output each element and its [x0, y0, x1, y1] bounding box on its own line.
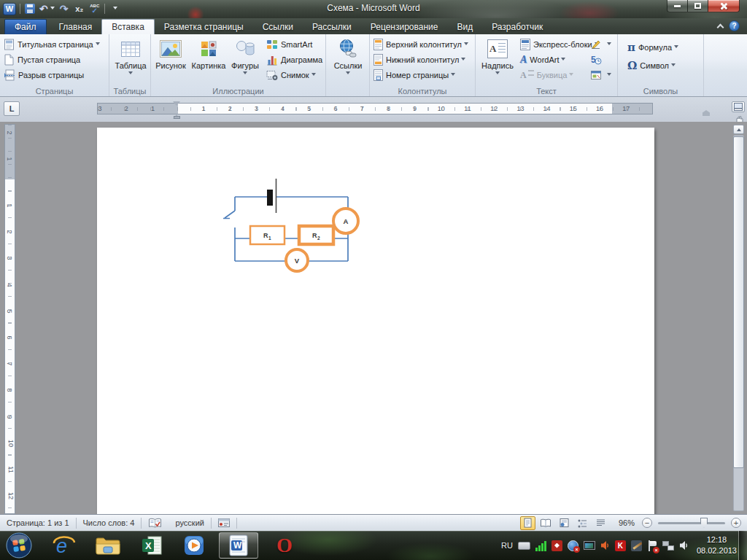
view-draft-button[interactable]	[593, 516, 608, 530]
ruler-toggle-button[interactable]	[732, 101, 745, 112]
network-icon[interactable]	[662, 541, 674, 551]
object-button[interactable]	[587, 68, 611, 82]
blank-page-button[interactable]: Пустая страница	[0, 52, 80, 67]
signal-strength-icon[interactable]	[535, 540, 546, 551]
links-button[interactable]: Ссылки	[331, 36, 365, 77]
textbox-button[interactable]: A Надпись	[479, 36, 516, 77]
adobe-reader-icon[interactable]	[551, 540, 562, 551]
first-line-indent-marker[interactable]	[173, 101, 180, 109]
view-web-layout-button[interactable]	[557, 516, 572, 530]
show-desktop-button[interactable]	[738, 531, 747, 560]
tab-stop-selector[interactable]: L	[4, 101, 20, 116]
taskbar-explorer-button[interactable]	[92, 532, 124, 559]
spellcheck-status[interactable]	[142, 515, 169, 531]
taskbar-ie-button[interactable]: e	[48, 532, 80, 559]
window-title: Схема - Microsoft Word	[0, 3, 747, 13]
zoom-slider-thumb[interactable]	[700, 518, 708, 528]
screenshot-button[interactable]: Снимок	[263, 68, 316, 82]
folder-icon	[95, 535, 121, 556]
taskbar: e X W O RU × K ×	[0, 531, 747, 560]
language-indicator[interactable]: RU	[501, 541, 513, 550]
table-button[interactable]: Таблица	[115, 36, 147, 77]
footer-button[interactable]: Нижний колонтитул	[370, 52, 465, 67]
taskbar-opera-button[interactable]: O	[268, 532, 301, 559]
tray-clock[interactable]: 12:18 08.02.2013	[697, 534, 737, 557]
zoom-out-button[interactable]: −	[642, 518, 652, 528]
tab-references[interactable]: Ссылки	[253, 19, 303, 34]
tab-page-layout[interactable]: Разметка страницы	[155, 19, 253, 34]
display-tray-icon[interactable]	[584, 541, 595, 550]
tab-home[interactable]: Главная	[50, 19, 102, 34]
symbol-button[interactable]: Ω Символ	[624, 58, 676, 73]
view-print-layout-button[interactable]	[520, 516, 535, 530]
keyboard-icon[interactable]	[518, 542, 530, 550]
group-tables: Таблица Таблицы	[109, 34, 151, 96]
picture-button[interactable]: Рисунок	[153, 36, 188, 70]
taskbar-mediaplayer-button[interactable]	[178, 532, 210, 559]
taskbar-word-button-active[interactable]: W	[219, 532, 258, 559]
action-center-flag-icon[interactable]: ×	[647, 540, 657, 551]
page-number-icon	[374, 69, 383, 81]
restore-button[interactable]	[688, 0, 708, 12]
kaspersky-icon[interactable]: K	[615, 540, 626, 551]
equation-button[interactable]: π Формула	[624, 40, 678, 55]
chevron-down-icon	[674, 45, 678, 50]
zoom-slider[interactable]	[658, 522, 725, 524]
blank-page-icon	[4, 54, 15, 66]
tab-file[interactable]: Файл	[4, 19, 47, 34]
tab-insert[interactable]: Вставка	[101, 19, 155, 34]
volume-orange-icon[interactable]	[600, 540, 610, 551]
chart-icon	[266, 54, 278, 66]
tab-developer[interactable]: Разработчик	[482, 19, 552, 34]
minimize-button[interactable]	[667, 0, 688, 12]
header-button[interactable]: Верхний колонтитул	[370, 37, 468, 52]
zoom-in-button[interactable]: +	[731, 518, 741, 528]
language-status[interactable]: русский	[169, 515, 210, 531]
chevron-down-icon	[671, 63, 676, 69]
outline-view-icon	[577, 518, 588, 528]
chart-button[interactable]: Диаграмма	[263, 52, 322, 67]
paint-tool-icon[interactable]	[631, 540, 642, 551]
switch-shape[interactable]	[223, 211, 235, 219]
cover-page-button[interactable]: Титульная страница	[0, 37, 100, 52]
close-button[interactable]	[708, 0, 740, 12]
scrollbar-thumb[interactable]	[733, 136, 744, 468]
page-break-button[interactable]: Разрыв страницы	[0, 68, 84, 82]
voltmeter-label: V	[295, 257, 300, 265]
battery-plate-shape[interactable]	[267, 190, 273, 206]
tab-view[interactable]: Вид	[447, 19, 482, 34]
page-count[interactable]: Страница: 1 из 1	[0, 515, 76, 531]
collapse-ribbon-icon[interactable]	[717, 24, 724, 31]
tab-mailings[interactable]: Рассылки	[303, 19, 361, 34]
chevron-down-icon	[128, 71, 133, 77]
disc-app-icon[interactable]: ×	[568, 540, 578, 551]
document-page[interactable]: R 1 R 2 A V	[97, 128, 654, 514]
wordart-button[interactable]: A WordArt	[516, 52, 565, 67]
chevron-down-icon	[607, 42, 611, 47]
word-count[interactable]: Число слов: 4	[77, 515, 142, 531]
clipart-button[interactable]: Картинка	[189, 36, 228, 70]
shapes-button[interactable]: Фигуры	[229, 36, 261, 77]
ruler-band: L 321 1234567891011121314151617	[0, 97, 747, 122]
print-layout-icon	[522, 518, 533, 528]
right-indent-marker[interactable]	[703, 110, 710, 116]
tab-review[interactable]: Рецензирование	[361, 19, 448, 34]
smartart-button[interactable]: SmartArt	[263, 37, 312, 52]
volume-icon[interactable]	[679, 540, 689, 551]
chevron-down-icon	[346, 71, 350, 77]
links-globe-icon	[338, 36, 358, 61]
drop-cap-button[interactable]: A Буквица	[516, 68, 573, 82]
page-number-button[interactable]: Номер страницы	[370, 68, 455, 82]
circuit-drawing[interactable]: R 1 R 2 A V	[217, 171, 365, 276]
view-outline-button[interactable]	[575, 516, 590, 530]
macro-record-button[interactable]	[212, 515, 236, 531]
view-fullscreen-reading-button[interactable]	[538, 516, 554, 530]
zoom-level[interactable]: 96%	[619, 518, 635, 527]
date-time-button[interactable]: 5	[587, 52, 605, 67]
scroll-up-button[interactable]	[733, 125, 744, 134]
signature-line-button[interactable]	[587, 37, 611, 52]
taskbar-excel-button[interactable]: X	[136, 532, 168, 559]
start-button[interactable]	[0, 532, 38, 559]
left-indent-marker[interactable]	[174, 116, 180, 119]
help-button[interactable]: ?	[729, 20, 740, 31]
